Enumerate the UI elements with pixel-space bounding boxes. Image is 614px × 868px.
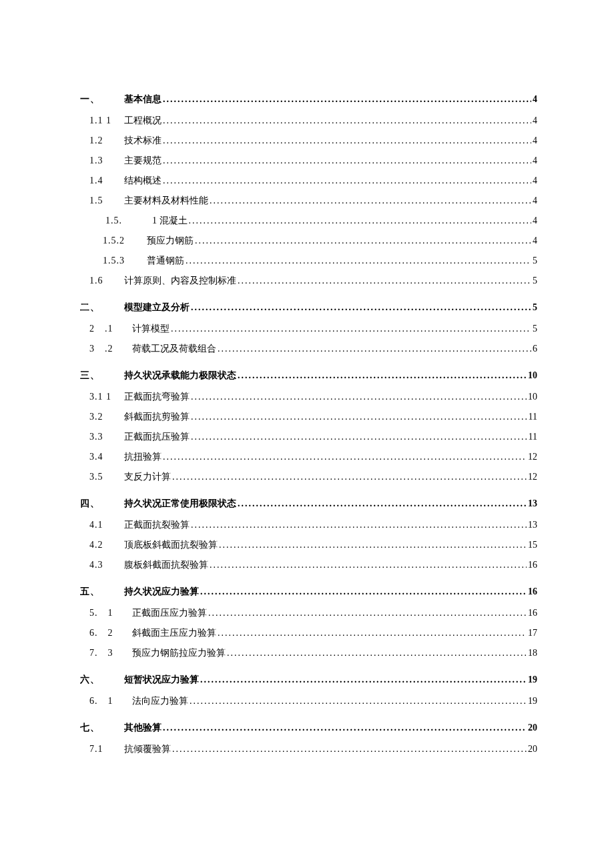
toc-leader-dots [190, 520, 527, 530]
toc-entry: 一、基本信息4 [80, 93, 537, 105]
toc-leader-dots [162, 94, 531, 105]
toc-entry-number: 3.4 [89, 452, 121, 462]
toc-leader-dots [199, 675, 527, 685]
toc-entry: 3.4抗扭验算12 [80, 451, 537, 463]
toc-entry-page: 19 [527, 696, 537, 707]
toc-entry-page: 16 [527, 586, 537, 597]
toc-entry: 四、持久状况正常使用极限状态13 [80, 498, 537, 510]
toc-entry-page: 6 [531, 344, 537, 354]
toc-leader-dots [162, 155, 531, 166]
toc-entry-title: 主要规范 [121, 155, 162, 167]
toc-entry: 5. 1正截面压应力验算16 [80, 607, 537, 619]
toc-entry-title: 预应力钢筋 [132, 235, 194, 247]
toc-entry: 7. 3预应力钢筋拉应力验算18 [80, 647, 537, 659]
toc-entry-number: 1.5. [105, 215, 149, 226]
toc-entry-title: 计算原则、内容及控制标准 [121, 275, 236, 287]
toc-entry-page: 4 [531, 94, 537, 105]
toc-entry-number: 6. 1 [89, 696, 129, 707]
toc-entry-page: 12 [527, 452, 537, 462]
toc-entry-title: 结构概述 [121, 175, 162, 187]
toc-entry-number: 四、 [80, 498, 121, 510]
toc-entry-number: 1.3 [89, 155, 121, 166]
toc-entry-page: 5 [531, 324, 537, 334]
toc-entry: 1.2技术标准4 [80, 135, 537, 147]
toc-entry: 七、其他验算20 [80, 722, 537, 734]
toc-entry: 2 .1计算模型5 [80, 323, 537, 335]
toc-entry: 4.2顶底板斜截面抗裂验算15 [80, 539, 537, 551]
toc-entry-number: 三、 [80, 370, 121, 382]
toc-entry-title: 支反力计算 [121, 471, 171, 483]
toc-entry-number: 1.1 1 [89, 115, 121, 126]
toc-entry-title: 持久状况承载能力极限状态 [121, 370, 236, 382]
toc-entry: 3.3正截面抗压验算11 [80, 431, 537, 443]
toc-leader-dots [226, 648, 527, 659]
toc-leader-dots [171, 744, 527, 755]
toc-entry: 7.1抗倾覆验算20 [80, 743, 537, 755]
toc-leader-dots [194, 236, 531, 246]
toc-entry-number: 5. 1 [89, 608, 129, 618]
toc-entry-title: 技术标准 [121, 135, 162, 147]
toc-entry-title: 腹板斜截面抗裂验算 [121, 559, 208, 571]
toc-leader-dots [218, 540, 527, 550]
toc-entry-title: 斜截面抗剪验算 [121, 411, 190, 423]
toc-entry-title: 工程概况 [121, 115, 162, 127]
toc-entry-number: 3 .2 [89, 344, 129, 354]
toc-leader-dots [216, 344, 531, 354]
toc-entry-number: 3.5 [89, 472, 121, 482]
toc-entry-title: 计算模型 [129, 323, 170, 335]
toc-entry: 六、短暂状况应力验算19 [80, 674, 537, 686]
toc-entry-title: 预应力钢筋拉应力验算 [129, 647, 226, 659]
toc-entry-title: 抗倾覆验算 [121, 743, 171, 755]
toc-entry: 1.6计算原则、内容及控制标准5 [80, 275, 537, 287]
toc-entry-title: 持久状况应力验算 [121, 586, 199, 598]
toc-leader-dots [207, 608, 527, 618]
toc-entry-page: 4 [531, 135, 537, 146]
toc-entry-title: 法向应力验算 [129, 695, 188, 707]
toc-entry-title: 顶底板斜截面抗裂验算 [121, 539, 218, 551]
toc-entry-page: 16 [527, 608, 537, 618]
toc-leader-dots [236, 498, 527, 509]
toc-leader-dots [236, 276, 531, 286]
toc-entry-page: 4 [531, 215, 537, 226]
toc-entry-page: 16 [527, 560, 537, 570]
toc-entry-title: 正截面压应力验算 [129, 607, 207, 619]
toc-entry-page: 15 [527, 540, 537, 550]
toc-leader-dots [184, 256, 531, 266]
toc-entry-page: 4 [531, 175, 537, 186]
toc-entry-title: 正截面抗弯验算 [121, 391, 190, 403]
toc-entry-page: 12 [527, 472, 537, 482]
toc-entry-title: 正截面抗裂验算 [121, 519, 190, 531]
toc-entry: 4.1正截面抗裂验算13 [80, 519, 537, 531]
toc-entry-number: 2 .1 [89, 324, 129, 334]
toc-entry-number: 4.2 [89, 540, 121, 550]
toc-entry: 1.5主要材料及材料性能4 [80, 195, 537, 207]
toc-entry-number: 6. 2 [89, 628, 129, 638]
toc-entry-number: 3.3 [89, 432, 121, 442]
toc-entry: 1.3主要规范4 [80, 155, 537, 167]
table-of-contents: 一、基本信息41.1 1工程概况41.2技术标准41.3主要规范41.4结构概述… [80, 93, 537, 755]
toc-entry-number: 1.4 [89, 175, 121, 186]
toc-entry-number: 七、 [80, 722, 121, 734]
toc-entry: 1.5.1 混凝土4 [80, 215, 537, 227]
toc-entry: 1.5.3普通钢筋5 [80, 255, 537, 267]
toc-entry-page: 20 [527, 723, 537, 733]
toc-entry-page: 13 [527, 498, 537, 509]
toc-entry-number: 7.1 [89, 744, 121, 755]
toc-entry-page: 10 [527, 370, 537, 381]
toc-leader-dots [171, 472, 527, 482]
toc-entry-number: 1.2 [89, 135, 121, 146]
toc-entry-title: 1 混凝土 [149, 215, 188, 227]
toc-entry: 1.4结构概述4 [80, 175, 537, 187]
toc-leader-dots [162, 452, 527, 462]
toc-leader-dots [188, 696, 527, 707]
toc-entry: 6. 2斜截面主压应力验算17 [80, 627, 537, 639]
toc-entry-number: 二、 [80, 302, 121, 314]
toc-leader-dots [216, 628, 527, 638]
toc-entry-page: 5 [531, 256, 537, 266]
toc-entry-number: 1.5 [89, 195, 121, 206]
toc-leader-dots [162, 723, 527, 733]
toc-entry-page: 17 [527, 628, 537, 638]
toc-leader-dots [208, 195, 531, 206]
toc-entry: 三、持久状况承载能力极限状态10 [80, 370, 537, 382]
toc-entry-page: 13 [527, 520, 537, 530]
